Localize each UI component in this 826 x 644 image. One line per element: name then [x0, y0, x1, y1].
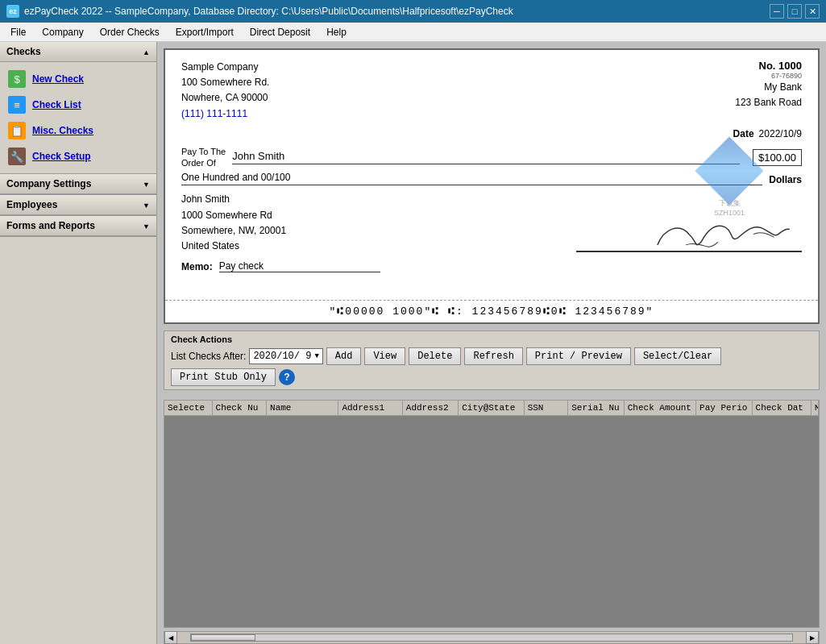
check-micr-line: "⑆00000 1000"⑆ ⑆: 123456789⑆0⑆ 123456789… — [165, 300, 818, 322]
dollars-label: Dollars — [769, 174, 802, 185]
sidebar-checks-chevron — [143, 46, 150, 57]
col-memo: Memo — [811, 401, 819, 415]
employees-chevron — [143, 199, 150, 210]
scrollbar-thumb[interactable] — [191, 634, 255, 641]
new-check-icon: $ — [8, 70, 26, 88]
list-checks-label: List Checks After: — [171, 351, 246, 362]
written-amount: One Hundred and 00/100 — [181, 172, 762, 185]
check-top-row: Sample Company 100 Somewhere Rd. Nowhere… — [181, 60, 802, 122]
check-memo-row: Memo: Pay check — [181, 260, 802, 272]
minimize-button[interactable]: ─ — [770, 4, 784, 19]
sidebar-item-misc-checks[interactable]: 📋 Misc. Checks — [3, 118, 153, 143]
watermark: 下载集SZH1001 — [705, 147, 753, 217]
print-preview-button[interactable]: Print / Preview — [526, 347, 631, 365]
check-date-row: Date 2022/10/9 — [181, 128, 802, 139]
dropdown-arrow-icon: ▼ — [314, 352, 318, 360]
scroll-left-button[interactable]: ◀ — [164, 631, 177, 644]
sidebar-section-company-header[interactable]: Company Settings — [0, 174, 156, 194]
menu-help[interactable]: Help — [319, 24, 354, 39]
check-actions-title: Check Actions — [171, 334, 812, 344]
bank-name: My Bank — [735, 80, 802, 95]
col-selected: Selecte — [164, 401, 213, 415]
signature-image — [639, 204, 803, 264]
menu-order-checks[interactable]: Order Checks — [93, 24, 167, 39]
company-settings-label: Company Settings — [6, 178, 91, 189]
menu-bar: File Company Order Checks Export/Import … — [0, 23, 826, 42]
memo-value: Pay check — [219, 260, 380, 272]
add-button[interactable]: Add — [326, 347, 362, 365]
window-controls: ─ □ ✕ — [770, 4, 820, 19]
watermark-diamond — [695, 137, 764, 206]
bank-check-info: No. 1000 67-76890 My Bank 123 Bank Road — [735, 60, 802, 122]
col-pay-period: Pay Perio — [696, 401, 752, 415]
check-actions-row: List Checks After: 2020/10/ 9 ▼ Add View… — [171, 347, 812, 386]
app-icon: ez — [6, 5, 19, 18]
check-table-container: Selecte Check Nu Name Address1 Address2 … — [164, 400, 820, 628]
menu-file[interactable]: File — [3, 24, 33, 39]
sidebar-item-check-setup[interactable]: 🔧 Check Setup — [3, 144, 153, 168]
menu-export-import[interactable]: Export/Import — [168, 24, 241, 39]
company-info: Sample Company 100 Somewhere Rd. Nowhere… — [181, 60, 269, 122]
sidebar-section-employees: Employees — [0, 195, 156, 216]
sidebar-item-new-check[interactable]: $ New Check — [3, 67, 153, 91]
col-ssn: SSN — [525, 401, 569, 415]
new-check-label: New Check — [32, 73, 84, 85]
bank-address: 123 Bank Road — [735, 95, 802, 110]
payee-address: John Smith 1000 Somewhere Rd Somewhere, … — [181, 192, 286, 254]
help-button[interactable]: ? — [279, 369, 295, 385]
payee-addr3: Somewhere, NW, 20001 — [181, 223, 286, 239]
sidebar-checks-label: Checks — [6, 46, 41, 57]
company-name: Sample Company — [181, 60, 269, 75]
check-amount-box: $100.00 — [753, 149, 802, 166]
table-body — [164, 416, 819, 627]
col-check-date: Check Dat — [753, 401, 811, 415]
col-address2: Address2 — [403, 401, 459, 415]
refresh-button[interactable]: Refresh — [464, 347, 522, 365]
check-number: No. 1000 — [759, 60, 802, 72]
payto-label: Pay To TheOrder Of — [181, 146, 226, 169]
forms-chevron — [143, 220, 150, 231]
sidebar-item-check-list[interactable]: ≡ Check List — [3, 93, 153, 117]
date-dropdown[interactable]: 2020/10/ 9 ▼ — [249, 348, 322, 364]
company-address1: 100 Somewhere Rd. — [181, 75, 269, 90]
sidebar-section-checks-header[interactable]: Checks — [0, 42, 156, 62]
employees-label: Employees — [6, 199, 57, 210]
memo-label: Memo: — [181, 261, 213, 272]
main-layout: Checks $ New Check ≡ Check List 📋 Misc. … — [0, 42, 826, 644]
title-bar-left: ez ezPayCheck 2022 -- SampleCompany, Dat… — [6, 5, 513, 18]
company-address2: Nowhere, CA 90000 — [181, 90, 269, 106]
close-button[interactable]: ✕ — [805, 4, 820, 19]
select-clear-button[interactable]: Select/Clear — [634, 347, 721, 365]
payee-addr1: John Smith — [181, 192, 286, 207]
misc-checks-label: Misc. Checks — [32, 125, 93, 136]
payee-name: John Smith — [232, 150, 740, 164]
sidebar-section-employees-header[interactable]: Employees — [0, 195, 156, 215]
spacer — [164, 393, 820, 398]
col-address1: Address1 — [338, 401, 402, 415]
print-stub-only-button[interactable]: Print Stub Only — [171, 368, 276, 386]
check-list-icon: ≡ — [8, 96, 26, 114]
delete-button[interactable]: Delete — [409, 347, 461, 365]
content-area: 下载集SZH1001 Sample Company 100 Somewhere … — [157, 42, 826, 644]
sidebar-section-forms: Forms and Reports — [0, 216, 156, 237]
check-preview: 下载集SZH1001 Sample Company 100 Somewhere … — [165, 50, 818, 300]
sidebar-section-forms-header[interactable]: Forms and Reports — [0, 216, 156, 236]
check-list-label: Check List — [32, 99, 81, 110]
col-check-num: Check Nu — [213, 401, 268, 415]
menu-direct-deposit[interactable]: Direct Deposit — [243, 24, 318, 39]
title-bar: ez ezPayCheck 2022 -- SampleCompany, Dat… — [0, 0, 826, 23]
payee-addr2: 1000 Somewhere Rd — [181, 208, 286, 223]
check-serial: 67-76890 — [771, 72, 802, 80]
scrollbar-track[interactable] — [190, 634, 793, 642]
col-serial-num: Serial Nu — [568, 401, 624, 415]
date-dropdown-value: 2020/10/ 9 — [253, 351, 311, 362]
check-setup-label: Check Setup — [32, 151, 91, 162]
menu-company[interactable]: Company — [35, 24, 90, 39]
misc-checks-icon: 📋 — [8, 122, 26, 139]
view-button[interactable]: View — [364, 347, 405, 365]
maximize-button[interactable]: □ — [787, 4, 802, 19]
col-check-amount: Check Amount — [625, 401, 696, 415]
check-setup-icon: 🔧 — [8, 147, 26, 165]
sidebar-section-checks: Checks $ New Check ≡ Check List 📋 Misc. … — [0, 42, 156, 174]
scroll-right-button[interactable]: ▶ — [806, 631, 819, 644]
